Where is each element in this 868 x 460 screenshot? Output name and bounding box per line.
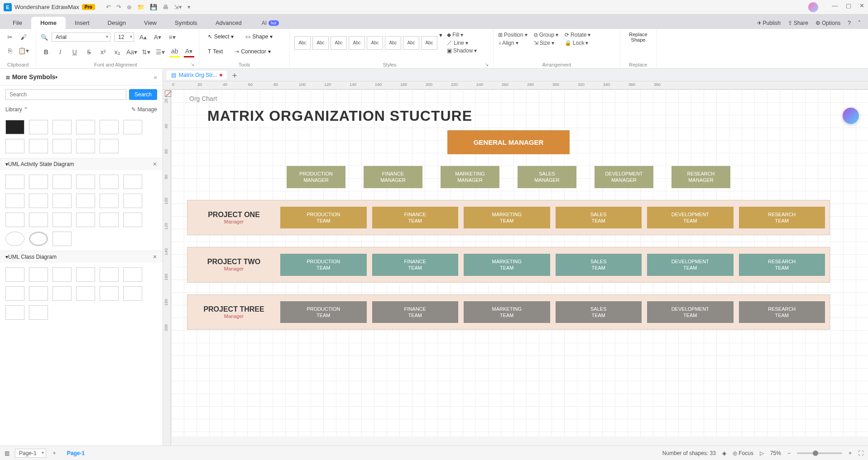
- strikethrough-icon[interactable]: S̶: [84, 47, 95, 57]
- chart-title[interactable]: MATRIX ORGANIZATION STUCTURE: [207, 108, 472, 124]
- manager-box[interactable]: RESEARCH MANAGER: [671, 166, 730, 188]
- shape-item[interactable]: [5, 120, 24, 134]
- team-box[interactable]: RESEARCH TEAM: [739, 254, 825, 276]
- shape-item[interactable]: [29, 305, 48, 320]
- text-tool[interactable]: T Text: [204, 47, 227, 57]
- manager-box[interactable]: SALES MANAGER: [518, 166, 576, 188]
- section-close-icon[interactable]: ✕: [153, 254, 157, 260]
- case-icon[interactable]: Aa▾: [126, 47, 137, 57]
- connector-tool[interactable]: ⇢ Connector ▾: [230, 47, 274, 57]
- project-band[interactable]: PROJECT ONEManagerPRODUCTION TEAMFINANCE…: [187, 200, 830, 236]
- decrease-font-icon[interactable]: A▾: [152, 32, 163, 43]
- team-box[interactable]: PRODUCTION TEAM: [280, 254, 367, 276]
- no-fill-swatch[interactable]: [165, 90, 171, 97]
- shape-item[interactable]: [100, 139, 119, 153]
- section-header-class[interactable]: ▾ UML Class Diagram ✕: [0, 251, 163, 263]
- shape-item[interactable]: [76, 267, 95, 282]
- help-icon[interactable]: ?: [848, 20, 851, 26]
- align-dropdown-icon[interactable]: ≡▾: [167, 32, 177, 43]
- team-box[interactable]: FINANCE TEAM: [372, 254, 459, 276]
- superscript-icon[interactable]: x²: [98, 47, 109, 57]
- shape-item[interactable]: [76, 175, 95, 189]
- italic-icon[interactable]: I: [55, 47, 66, 57]
- team-box[interactable]: DEVELOPMENT TEAM: [647, 301, 734, 323]
- canvas[interactable]: Org Chart MATRIX ORGANIZATION STUCTURE G…: [171, 90, 868, 436]
- team-box[interactable]: PRODUCTION TEAM: [280, 207, 367, 229]
- search-input[interactable]: [5, 89, 126, 100]
- font-size-select[interactable]: 12: [114, 33, 134, 42]
- library-collapse-icon[interactable]: ⌃: [24, 106, 28, 113]
- team-box[interactable]: RESEARCH TEAM: [739, 207, 825, 229]
- collapse-ribbon-icon[interactable]: ˄: [858, 20, 861, 26]
- symbols-panel-title[interactable]: More Symbols: [12, 73, 56, 81]
- zoom-level[interactable]: 75%: [770, 450, 781, 456]
- share-button[interactable]: ⇪ Share: [788, 20, 808, 26]
- shape-item[interactable]: [100, 175, 119, 189]
- close-icon[interactable]: ✕: [859, 2, 864, 12]
- menu-file[interactable]: File: [4, 17, 31, 29]
- styles-more-icon[interactable]: ▾: [439, 32, 442, 38]
- shape-item[interactable]: [76, 120, 95, 134]
- new-icon[interactable]: ⊕: [127, 4, 132, 10]
- style-preset-4[interactable]: Abc: [349, 36, 365, 50]
- user-avatar-icon[interactable]: [808, 2, 818, 12]
- style-preset-6[interactable]: Abc: [385, 36, 401, 50]
- open-icon[interactable]: 📁: [137, 4, 144, 10]
- team-box[interactable]: DEVELOPMENT TEAM: [647, 207, 734, 229]
- shape-item[interactable]: [123, 286, 142, 301]
- shape-item[interactable]: [123, 175, 142, 189]
- page-tab[interactable]: Page-1: [62, 450, 89, 456]
- bullets-icon[interactable]: ☰▾: [155, 47, 166, 57]
- style-preset-5[interactable]: Abc: [367, 36, 383, 50]
- menu-view[interactable]: View: [135, 17, 166, 29]
- shape-item[interactable]: [5, 213, 24, 227]
- manage-button[interactable]: ✎ Manage: [131, 106, 157, 113]
- page-layout-icon[interactable]: ▥: [5, 450, 10, 456]
- underline-icon[interactable]: U: [69, 47, 80, 57]
- manager-box[interactable]: DEVELOPMENT MANAGER: [595, 166, 653, 188]
- style-preset-1[interactable]: Abc: [294, 36, 311, 50]
- fit-page-icon[interactable]: ⛶: [858, 450, 863, 456]
- team-box[interactable]: MARKETING TEAM: [464, 254, 550, 276]
- shape-item[interactable]: [100, 267, 119, 282]
- menu-design[interactable]: Design: [99, 17, 135, 29]
- collapse-panel-icon[interactable]: «: [154, 74, 157, 81]
- manager-box[interactable]: FINANCE MANAGER: [364, 166, 422, 188]
- manager-box[interactable]: MARKETING MANAGER: [441, 166, 499, 188]
- team-box[interactable]: PRODUCTION TEAM: [280, 301, 367, 323]
- shape-item[interactable]: [29, 175, 48, 189]
- document-tab[interactable]: ▤ Matrix Org Str...: [167, 71, 227, 80]
- shape-item[interactable]: [5, 286, 24, 301]
- font-color-icon[interactable]: A▾: [184, 47, 195, 57]
- shape-item[interactable]: [100, 194, 119, 208]
- lock-button[interactable]: 🔒 Lock ▾: [565, 40, 590, 46]
- shape-item[interactable]: [53, 213, 72, 227]
- print-icon[interactable]: 🖶: [163, 4, 168, 10]
- manager-box[interactable]: PRODUCTION MANAGER: [287, 166, 345, 188]
- layers-icon[interactable]: ◈: [722, 450, 726, 456]
- shape-item[interactable]: [29, 213, 48, 227]
- shape-item[interactable]: [76, 286, 95, 301]
- shape-item[interactable]: [5, 305, 24, 320]
- shape-item[interactable]: [29, 194, 48, 208]
- minimize-icon[interactable]: —: [832, 2, 838, 12]
- search-button[interactable]: Search: [129, 89, 157, 100]
- new-tab-icon[interactable]: ＋: [230, 70, 239, 81]
- team-box[interactable]: SALES TEAM: [556, 254, 642, 276]
- shape-item[interactable]: [5, 139, 24, 153]
- position-button[interactable]: ⊞ Position ▾: [498, 32, 528, 38]
- rotate-button[interactable]: ⟳ Rotate ▾: [565, 32, 590, 38]
- shape-item[interactable]: [100, 120, 119, 134]
- zoom-out-icon[interactable]: −: [787, 450, 791, 456]
- font-dialog-launcher-icon[interactable]: ↘: [191, 62, 194, 67]
- redo-icon[interactable]: ↷: [116, 4, 121, 10]
- shape-item[interactable]: [53, 194, 72, 208]
- shape-item[interactable]: [123, 194, 142, 208]
- line-button[interactable]: ／ Line ▾: [447, 39, 477, 47]
- shape-item[interactable]: [100, 213, 119, 227]
- shape-item[interactable]: [29, 120, 48, 134]
- shape-item[interactable]: [5, 194, 24, 208]
- team-box[interactable]: SALES TEAM: [556, 301, 642, 323]
- team-box[interactable]: RESEARCH TEAM: [739, 301, 825, 323]
- line-spacing-icon[interactable]: ⇅▾: [141, 47, 152, 57]
